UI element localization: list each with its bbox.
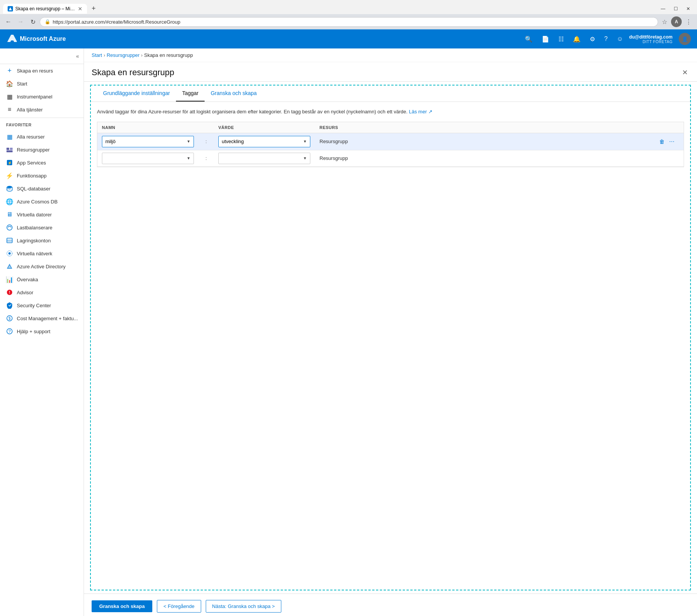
sidebar-label-hjalp: Hjälp + support [17, 329, 50, 334]
granska-skapa-button[interactable]: Granska och skapa [92, 600, 152, 612]
tab-taggar[interactable]: Taggar [176, 85, 205, 102]
tag-resurs-cell-1: Resursgrupp 🗑 ⋯ [315, 133, 684, 150]
sidebar-item-skapa[interactable]: + Skapa en resurs [0, 64, 84, 77]
sidebar-item-overvaka[interactable]: 📊 Övervaka [0, 273, 84, 286]
tag-resurs-cell-2: Resursgrupp [315, 153, 684, 163]
tag-name-select-2[interactable]: ▼ [102, 153, 194, 164]
tab-title: Skapa en resursgrupp – Micros [15, 6, 76, 11]
table-row: ▼ : ▼ Resursgrupp [97, 150, 684, 167]
sidebar-item-cosmos[interactable]: 🌐 Azure Cosmos DB [0, 195, 84, 208]
panel-header: Skapa en resursgrupp ✕ [84, 62, 697, 82]
back-button[interactable]: ← [3, 16, 14, 27]
value-chevron-2: ▼ [303, 156, 307, 160]
breadcrumb-resursgrupper[interactable]: Resursgrupper [106, 52, 139, 58]
content-area: Start › Resursgrupper › Skapa en resursg… [84, 48, 697, 616]
bottom-nav: Granska och skapa < Föregående Nästa: Gr… [84, 593, 697, 616]
sidebar-item-cost[interactable]: $ Cost Management + faktu... [0, 312, 84, 325]
sidebar-item-alla-tjanster[interactable]: ≡ Alla tjänster [0, 103, 84, 116]
next-button[interactable]: Nästa: Granska och skapa > [206, 600, 281, 613]
sidebar-label-monitor: Övervaka [17, 277, 38, 282]
user-avatar-button[interactable]: A [671, 16, 682, 27]
panel-description: Använd taggar för dina Azure-resurser fö… [91, 102, 690, 119]
azure-logo: Microsoft Azure [6, 34, 66, 44]
learn-more-link[interactable]: Läs mer ↗ [409, 109, 432, 114]
bookmark-button[interactable]: ☆ [660, 17, 670, 27]
breadcrumb: Start › Resursgrupper › Skapa en resursg… [84, 48, 697, 62]
svg-marker-0 [9, 7, 12, 10]
sidebar-item-virtuella-natverk[interactable]: Virtuella nätverk [0, 247, 84, 260]
svg-rect-2 [10, 148, 13, 150]
name-chevron-1: ▼ [187, 139, 190, 144]
sidebar-label-security: Security Center [17, 303, 51, 308]
tab-close-icon[interactable]: ✕ [78, 6, 82, 11]
help-btn[interactable]: ? [601, 33, 611, 45]
back-button[interactable]: < Föregående [157, 600, 201, 613]
advisor-icon: ! [6, 289, 13, 296]
search-icon-btn[interactable]: 🔍 [522, 33, 536, 45]
main-layout: « + Skapa en resurs 🏠 Start ▦ Instrument… [0, 48, 697, 616]
user-avatar[interactable]: 👤 [679, 33, 691, 45]
sidebar-item-lastbalanserare[interactable]: Lastbalanserare [0, 221, 84, 234]
vm-icon: 🖥 [6, 211, 13, 218]
sidebar-item-instrumentpanel[interactable]: ▦ Instrumentpanel [0, 90, 84, 103]
cost-icon: $ [6, 315, 13, 322]
sidebar-item-virtuella-datorer[interactable]: 🖥 Virtuella datorer [0, 208, 84, 221]
sidebar-label-alla-resurser: Alla resurser [17, 134, 45, 140]
cloud-shell-btn[interactable]: 📄 [539, 33, 552, 45]
azure-header-tools: 🔍 📄 ☷ 🔔 ⚙ ? ☺ du@dittföretag.com DITT FÖ… [522, 33, 691, 45]
tab-granska[interactable]: Granska och skapa [205, 85, 263, 102]
settings-btn[interactable]: ⚙ [587, 33, 598, 45]
svg-point-8 [7, 225, 12, 230]
tag-value-select-1[interactable]: utveckling ▼ [218, 136, 310, 147]
directory-btn[interactable]: ☷ [555, 33, 567, 45]
feedback-btn[interactable]: ☺ [614, 33, 626, 45]
sidebar-item-alla-resurser[interactable]: ▦ Alla resurser [0, 130, 84, 143]
breadcrumb-start[interactable]: Start [92, 52, 102, 58]
lb-icon [6, 224, 13, 231]
sidebar-item-sql[interactable]: SQL SQL-databaser [0, 182, 84, 195]
notifications-btn[interactable]: 🔔 [570, 33, 584, 45]
more-tag-button-1[interactable]: ⋯ [668, 137, 676, 146]
lock-icon: 🔒 [45, 19, 50, 24]
sidebar-item-start[interactable]: 🏠 Start [0, 77, 84, 90]
sidebar-item-hjalp[interactable]: ? Hjälp + support [0, 325, 84, 338]
minimize-button[interactable]: — [657, 5, 669, 13]
browser-tab: Skapa en resursgrupp – Micros ✕ [3, 4, 87, 14]
sidebar-item-aad[interactable]: Azure Active Directory [0, 260, 84, 273]
sidebar-section-favoriter: FAVORITER [0, 119, 84, 130]
vnet-icon [6, 250, 13, 257]
name-chevron-2: ▼ [187, 156, 190, 160]
app-services-icon: ⚡ [6, 159, 13, 166]
tabs-bar: Grundläggande inställningar Taggar Grans… [91, 85, 690, 102]
sidebar-item-resursgrupper[interactable]: Resursgrupper [0, 143, 84, 156]
table-row: miljö ▼ : utveckling ▼ Resurs [97, 133, 684, 150]
resursgrupper-icon [6, 146, 13, 153]
tab-grundlaggande[interactable]: Grundläggande inställningar [97, 85, 176, 102]
sidebar-item-security[interactable]: Security Center [0, 299, 84, 312]
browser-menu-button[interactable]: ⋮ [683, 17, 694, 27]
collapse-button[interactable]: « [74, 52, 81, 61]
sidebar-item-lagringskonton[interactable]: Lagringskonton [0, 234, 84, 247]
refresh-button[interactable]: ↻ [27, 16, 38, 27]
delete-tag-button-1[interactable]: 🗑 [658, 137, 666, 146]
sidebar-item-advisor[interactable]: ! Advisor [0, 286, 84, 299]
address-bar[interactable]: 🔒 https://portal.azure.com/#create/Micro… [40, 17, 658, 27]
new-tab-button[interactable]: + [89, 3, 99, 14]
tag-name-select-1[interactable]: miljö ▼ [102, 136, 194, 147]
forward-button[interactable]: → [15, 16, 26, 27]
close-button[interactable]: ✕ [682, 5, 694, 13]
funktionsapp-icon: ⚡ [6, 172, 13, 179]
panel-close-button[interactable]: ✕ [681, 67, 689, 78]
tag-value-select-2[interactable]: ▼ [218, 153, 310, 164]
azure-logo-icon [6, 34, 17, 44]
dashboard-icon: ▦ [6, 93, 13, 100]
user-info: du@dittföretag.com DITT FÖRETAG [629, 34, 673, 44]
list-icon: ≡ [6, 106, 13, 113]
tag-row-actions-1: 🗑 ⋯ [655, 135, 679, 148]
sidebar-label-alla-tjanster: Alla tjänster [17, 107, 43, 113]
maximize-button[interactable]: ☐ [670, 5, 682, 13]
tag-name-cell-2: ▼ [97, 150, 198, 166]
sidebar-item-app-services[interactable]: ⚡ App Services [0, 156, 84, 169]
sidebar: « + Skapa en resurs 🏠 Start ▦ Instrument… [0, 48, 84, 616]
sidebar-item-funktionsapp[interactable]: ⚡ Funktionsapp [0, 169, 84, 182]
